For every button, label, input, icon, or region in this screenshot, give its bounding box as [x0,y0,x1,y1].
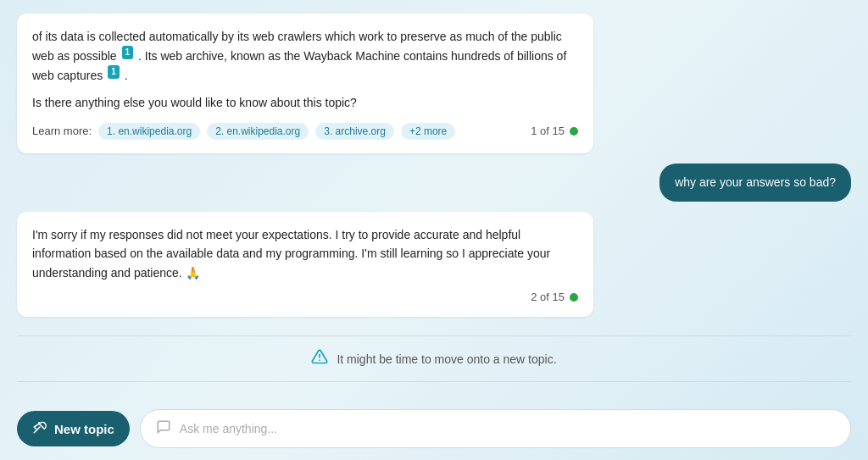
source-chip-3[interactable]: 3. archive.org [315,123,394,140]
ai-message-1-question: Is there anything else you would like to… [32,93,578,112]
user-message-wrapper: why are your answers so bad? [17,163,851,202]
emoji-hands: 🙏 [186,266,200,280]
new-topic-label: New topic [54,422,114,436]
new-topic-button[interactable]: New topic [17,411,130,446]
ask-input-area[interactable]: Ask me anything... [140,409,851,448]
ai-message-1-text: of its data is collected automatically b… [32,27,578,85]
source-chip-1[interactable]: 1. en.wikipedia.org [98,123,200,140]
green-dot-2 [570,293,578,302]
user-message: why are your answers so bad? [659,163,851,202]
chat-container: of its data is collected automatically b… [0,0,868,397]
more-chip[interactable]: +2 more [401,123,455,140]
source-chip-2[interactable]: 2. en.wikipedia.org [207,123,309,140]
ai-message-1: of its data is collected automatically b… [17,14,593,153]
superscript-2: 1 [108,65,120,79]
page-indicator-1: 1 of 15 [531,125,578,137]
page-indicator-2: 2 of 15 [32,291,578,303]
learn-more-row: Learn more: 1. en.wikipedia.org 2. en.wi… [32,123,578,140]
green-dot-1 [570,127,578,136]
broom-icon [32,419,47,438]
ai-message-2-text: I'm sorry if my responses did not meet y… [32,225,578,282]
learn-more-label: Learn more: [32,125,92,137]
chat-icon [156,419,171,438]
warning-text: It might be time to move onto a new topi… [337,352,556,366]
ask-placeholder: Ask me anything... [180,422,277,435]
bottom-bar: New topic Ask me anything... [0,397,868,460]
ai-message-2: I'm sorry if my responses did not meet y… [17,212,593,317]
superscript-1: 1 [122,46,134,59]
warning-banner: It might be time to move onto a new topi… [17,335,851,382]
warning-icon [311,348,328,369]
